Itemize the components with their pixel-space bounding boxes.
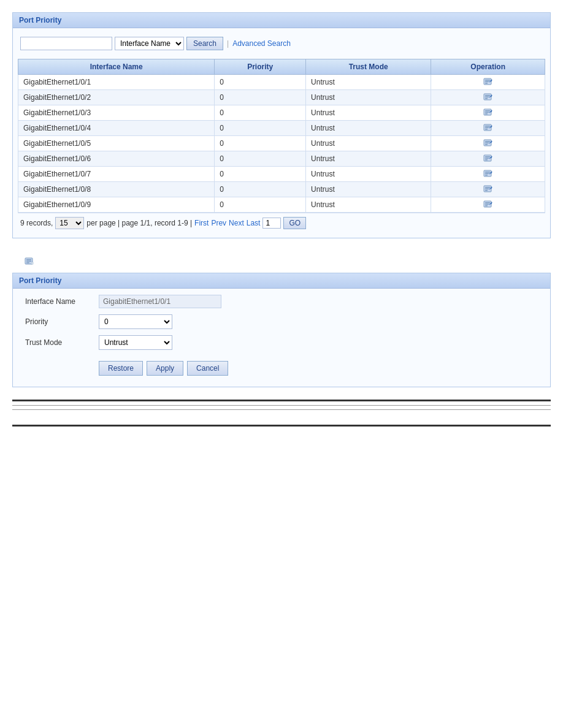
advanced-search-link[interactable]: Advanced Search — [232, 39, 291, 48]
interface-label: Interface Name — [25, 297, 99, 306]
cell-priority: 0 — [215, 75, 306, 90]
bottom-section-title: Port Priority — [19, 276, 61, 285]
cell-priority: 0 — [215, 90, 306, 105]
top-section-header: Port Priority — [13, 13, 550, 28]
per-page-select[interactable]: 152550100 — [55, 217, 84, 229]
pagination-bar: 9 records, 152550100 per page | page 1/1… — [18, 213, 545, 233]
table-row: GigabitEthernet1/0/60Untrust — [18, 151, 545, 167]
port-priority-table: Interface Name Priority Trust Mode Opera… — [18, 59, 545, 213]
svg-rect-39 — [485, 175, 488, 176]
trust-mode-select[interactable]: UntrustTrust — [99, 335, 172, 350]
trust-mode-label: Trust Mode — [25, 338, 99, 347]
page-number-input[interactable] — [262, 218, 281, 229]
svg-rect-3 — [485, 83, 488, 84]
svg-rect-13 — [485, 110, 490, 112]
page-info: per page | page 1/1, record 1-9 | — [86, 219, 192, 227]
edit-row-icon[interactable] — [483, 184, 493, 194]
cell-operation — [431, 105, 545, 121]
cell-interface: GigabitEthernet1/0/1 — [18, 75, 215, 90]
table-row: GigabitEthernet1/0/90Untrust — [18, 197, 545, 213]
cell-operation — [431, 182, 545, 197]
svg-rect-31 — [485, 156, 490, 157]
cell-operation — [431, 75, 545, 90]
cancel-button[interactable]: Cancel — [187, 361, 228, 376]
col-priority: Priority — [215, 59, 306, 75]
add-icon[interactable]: + — [25, 257, 34, 267]
cell-priority: 0 — [215, 182, 306, 197]
svg-rect-51 — [485, 205, 488, 207]
edit-row-icon[interactable] — [483, 138, 493, 148]
cell-trust: Untrust — [306, 136, 431, 151]
thick-rule-2 — [12, 425, 551, 427]
filter-select[interactable]: Interface Name Priority Trust Mode — [115, 37, 184, 50]
go-button[interactable]: GO — [283, 217, 306, 229]
svg-rect-57 — [26, 262, 29, 264]
svg-rect-32 — [485, 158, 489, 159]
form-row-priority: Priority 0123 4567 — [25, 314, 538, 329]
edit-row-icon[interactable] — [483, 93, 493, 102]
svg-rect-1 — [485, 80, 490, 81]
thin-rule-1 — [12, 405, 551, 406]
svg-rect-19 — [485, 126, 490, 127]
apply-button[interactable]: Apply — [147, 361, 183, 376]
cell-priority: 0 — [215, 151, 306, 167]
table-row: GigabitEthernet1/0/30Untrust — [18, 105, 545, 121]
form-row-trust-mode: Trust Mode UntrustTrust — [25, 335, 538, 350]
edit-row-icon[interactable] — [483, 200, 493, 210]
cell-interface: GigabitEthernet1/0/8 — [18, 182, 215, 197]
restore-button[interactable]: Restore — [99, 361, 143, 376]
records-text: 9 records, — [20, 219, 53, 227]
cell-priority: 0 — [215, 197, 306, 213]
svg-rect-49 — [485, 202, 490, 203]
bottom-rules — [12, 400, 551, 427]
cell-trust: Untrust — [306, 151, 431, 167]
svg-rect-9 — [485, 98, 488, 99]
cell-operation — [431, 167, 545, 182]
bottom-port-priority-section: Port Priority Interface Name Priority 0 — [12, 273, 551, 387]
prev-page-link[interactable]: Prev — [211, 219, 226, 227]
priority-select[interactable]: 0123 4567 — [99, 314, 172, 329]
cell-priority: 0 — [215, 167, 306, 182]
table-row: GigabitEthernet1/0/40Untrust — [18, 121, 545, 136]
svg-rect-45 — [485, 190, 488, 191]
table-row: GigabitEthernet1/0/20Untrust — [18, 90, 545, 105]
cell-trust: Untrust — [306, 75, 431, 90]
svg-rect-43 — [485, 187, 490, 188]
table-row: GigabitEthernet1/0/10Untrust — [18, 75, 545, 90]
form-row-interface: Interface Name — [25, 295, 538, 308]
cell-trust: Untrust — [306, 90, 431, 105]
edit-row-icon[interactable] — [483, 169, 493, 179]
last-page-link[interactable]: Last — [247, 219, 261, 227]
thick-rule-1 — [12, 400, 551, 401]
table-row: GigabitEthernet1/0/50Untrust — [18, 136, 545, 151]
cell-priority: 0 — [215, 105, 306, 121]
interface-name-field — [99, 295, 221, 308]
action-buttons: Restore Apply Cancel — [25, 356, 538, 381]
first-page-link[interactable]: First — [194, 219, 209, 227]
add-icon-area: + — [12, 251, 551, 273]
edit-row-icon[interactable] — [483, 123, 493, 133]
cell-priority: 0 — [215, 121, 306, 136]
cell-operation — [431, 197, 545, 213]
svg-text:+: + — [32, 262, 33, 265]
col-interface-name: Interface Name — [18, 59, 215, 75]
cell-interface: GigabitEthernet1/0/4 — [18, 121, 215, 136]
edit-row-icon[interactable] — [483, 108, 493, 118]
svg-rect-50 — [485, 204, 489, 205]
search-input[interactable] — [20, 37, 112, 50]
svg-rect-8 — [485, 97, 489, 98]
svg-rect-15 — [485, 113, 488, 115]
svg-rect-56 — [26, 261, 31, 262]
cell-operation — [431, 151, 545, 167]
edit-row-icon[interactable] — [483, 77, 493, 87]
cell-operation — [431, 90, 545, 105]
cell-interface: GigabitEthernet1/0/2 — [18, 90, 215, 105]
thin-rule-2 — [12, 409, 551, 410]
cell-operation — [431, 136, 545, 151]
edit-row-icon[interactable] — [483, 154, 493, 164]
svg-rect-26 — [485, 143, 489, 144]
next-page-link[interactable]: Next — [229, 219, 244, 227]
cell-trust: Untrust — [306, 167, 431, 182]
search-button[interactable]: Search — [186, 37, 223, 50]
cell-trust: Untrust — [306, 197, 431, 213]
